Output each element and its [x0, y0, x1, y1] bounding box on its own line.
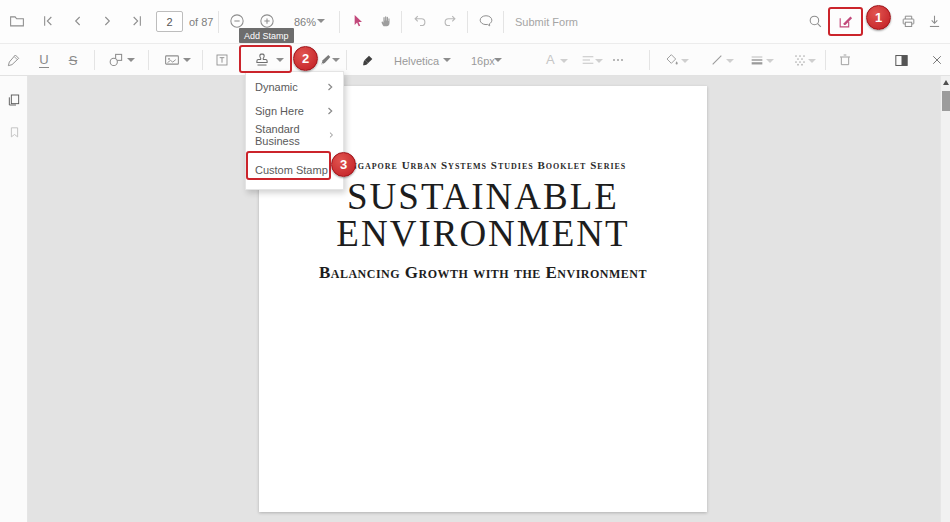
first-page-icon [40, 13, 56, 29]
stamp-dropdown-menu: Dynamic Sign Here Standard Business Cust… [245, 71, 344, 190]
divider [148, 50, 149, 70]
font-family-select[interactable]: Helvetica [394, 55, 439, 67]
align-caret-icon[interactable] [595, 59, 603, 63]
pdf-viewer-window: of 87 86% Submit Form [0, 0, 950, 522]
close-toolbar-button[interactable] [925, 48, 949, 72]
free-text-tool-button[interactable] [210, 48, 234, 72]
comment-icon [477, 12, 495, 30]
bookmark-icon [7, 125, 22, 140]
align-icon [580, 52, 596, 68]
panel-toggle-button[interactable] [889, 48, 913, 72]
divider [202, 50, 203, 70]
shapes-tool-button[interactable] [104, 48, 128, 72]
vertical-scrollbar[interactable] [940, 76, 950, 522]
underline-tool-button[interactable]: U [32, 48, 56, 72]
edit-annotate-button[interactable] [833, 9, 857, 33]
download-button[interactable] [922, 9, 946, 33]
divider [218, 11, 219, 33]
underline-icon: U [39, 53, 48, 68]
image-tool-button[interactable] [160, 48, 184, 72]
last-page-button[interactable] [125, 9, 149, 33]
text-color-caret-icon[interactable] [560, 59, 568, 63]
free-text-icon [214, 52, 230, 68]
redo-button[interactable] [438, 9, 462, 33]
strikeout-icon: S [69, 53, 78, 68]
divider [339, 11, 340, 33]
menu-item-label: Dynamic [255, 81, 298, 93]
divider [825, 50, 826, 70]
thickness-caret-icon[interactable] [766, 59, 774, 63]
zoom-caret-icon[interactable] [317, 19, 325, 23]
doc-title-line2: ENVIRONMENT [259, 215, 707, 252]
chevron-right-icon [326, 107, 334, 115]
fill-color-icon [664, 52, 680, 68]
page-total-label: of 87 [189, 16, 213, 28]
signature-caret-icon[interactable] [332, 58, 340, 62]
open-file-button[interactable] [5, 9, 29, 33]
document-viewport[interactable]: Singapore Urban Systems Studies Booklet … [28, 76, 940, 522]
image-caret-icon[interactable] [183, 58, 191, 62]
stamp-tool-button[interactable] [250, 48, 274, 72]
menu-item-label: Custom Stamp [255, 164, 328, 176]
stamp-icon [253, 51, 271, 69]
download-icon [926, 13, 943, 30]
stamp-caret-icon[interactable] [276, 58, 284, 62]
pointer-icon [350, 13, 366, 29]
prev-page-button[interactable] [66, 9, 90, 33]
redo-icon [441, 12, 459, 30]
comment-button[interactable] [474, 9, 498, 33]
freehand-tool-button[interactable] [2, 48, 26, 72]
stroke-caret-icon[interactable] [726, 59, 734, 63]
menu-item-label: Standard Business [255, 123, 328, 147]
shapes-caret-icon[interactable] [127, 58, 135, 62]
doc-subtitle: Balancing Growth with the Environment [259, 263, 707, 283]
divider [401, 11, 402, 33]
edit-annotate-icon [837, 13, 854, 30]
scrollbar-thumb[interactable] [942, 91, 950, 111]
more-options-icon [610, 52, 626, 68]
style-brush-icon [360, 52, 376, 68]
pan-tool-button[interactable] [374, 9, 398, 33]
strikeout-tool-button[interactable]: S [61, 48, 85, 72]
menu-item-dynamic[interactable]: Dynamic [246, 75, 343, 99]
style-brush-button[interactable] [356, 48, 380, 72]
opacity-icon [792, 52, 808, 68]
chevron-right-icon [328, 131, 334, 139]
bookmarks-panel-button[interactable] [2, 120, 26, 144]
print-icon [900, 13, 917, 30]
fill-color-caret-icon[interactable] [681, 59, 689, 63]
prev-page-icon [70, 13, 86, 29]
close-icon [930, 53, 944, 67]
undo-icon [411, 12, 429, 30]
thumbnails-panel-button[interactable] [2, 88, 26, 112]
page-number-input[interactable] [156, 11, 183, 32]
freehand-icon [6, 52, 22, 68]
print-button[interactable] [896, 9, 920, 33]
menu-item-custom-stamp[interactable]: Custom Stamp [246, 157, 343, 183]
left-panel-rail [0, 76, 28, 522]
select-tool-button[interactable] [346, 9, 370, 33]
next-page-button[interactable] [95, 9, 119, 33]
panel-toggle-icon [893, 52, 910, 69]
zoom-level-label[interactable]: 86% [294, 16, 316, 28]
scroll-up-icon[interactable] [943, 80, 949, 85]
menu-item-sign-here[interactable]: Sign Here [246, 99, 343, 123]
font-size-select[interactable]: 16px [471, 55, 495, 67]
search-button[interactable] [803, 9, 827, 33]
first-page-button[interactable] [36, 9, 60, 33]
more-options-button[interactable] [606, 48, 630, 72]
chevron-right-icon [326, 83, 334, 91]
font-family-caret-icon[interactable] [443, 58, 451, 62]
font-size-caret-icon[interactable] [494, 58, 502, 62]
undo-button[interactable] [408, 9, 432, 33]
menu-item-standard-business[interactable]: Standard Business [246, 123, 343, 147]
search-icon [807, 13, 824, 30]
delete-button[interactable] [833, 48, 857, 72]
opacity-caret-icon[interactable] [808, 59, 816, 63]
text-color-button[interactable]: A [546, 52, 555, 67]
annotation-toolbar: U S Helvetica 16px [0, 44, 950, 76]
next-page-icon [99, 13, 115, 29]
submit-form-button[interactable]: Submit Form [515, 16, 578, 28]
stroke-icon [709, 52, 725, 68]
divider [503, 11, 504, 33]
